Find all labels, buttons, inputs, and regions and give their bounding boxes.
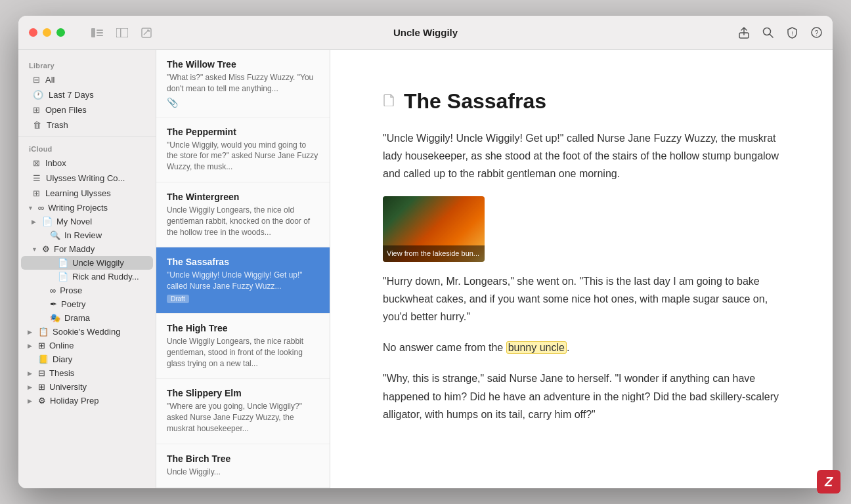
library-section-label: Library (18, 58, 156, 72)
panel-icon[interactable] (116, 28, 128, 37)
thesis-icon: ⊟ (38, 368, 45, 378)
sidebar: Library ⊟ All 🕐 Last 7 Days ⊞ Open Files… (18, 50, 156, 488)
no-answer-prefix: No answer came from the (383, 342, 506, 353)
prose-icon: ∞ (50, 285, 56, 295)
doc-title-peppermint: The Peppermint (167, 127, 319, 137)
all-icon: ⊟ (33, 75, 40, 85)
title-bar: Uncle Wiggily ! (18, 16, 833, 50)
sidebar-item-drama[interactable]: 🎭 Drama (21, 311, 153, 325)
doc-item-slippery-elm[interactable]: The Slippery Elm "Where are you going, U… (156, 379, 330, 444)
sidebar-item-trash[interactable]: 🗑 Trash (22, 117, 152, 133)
sidebar-item-my-novel[interactable]: ▶ 📄 My Novel (21, 215, 153, 228)
title-bar-left-icons (91, 28, 152, 38)
sidebar-item-writing-projects[interactable]: ▼ ∞ Writing Projects (21, 201, 153, 215)
sidebar-item-thesis[interactable]: ▶ ⊟ Thesis (21, 366, 153, 380)
doc-item-birch-tree[interactable]: The Birch Tree Uncle Wiggily... (156, 444, 330, 488)
sidebar-item-learning-ulysses-label: Learning Ulysses (45, 188, 111, 198)
ulysses-writing-icon: ☰ (33, 173, 41, 183)
search-icon[interactable] (762, 27, 774, 38)
doc-preview-birch-tree: Uncle Wiggily... (167, 467, 319, 478)
sidebar-item-holiday-prep[interactable]: ▶ ⚙ Holiday Prep (21, 394, 153, 408)
sidebar-item-inbox[interactable]: ⊠ Inbox (22, 156, 152, 171)
doc-preview-willow-tree: "What is?" asked Miss Fuzzy Wuzzy. "You … (167, 72, 319, 94)
traffic-lights (29, 28, 65, 37)
sidebar-item-ulysses-writing[interactable]: ☰ Ulysses Writing Co... (22, 171, 152, 186)
sidebar-item-university[interactable]: ▶ ⊞ University (21, 380, 153, 394)
doc-item-willow-tree[interactable]: The Willow Tree "What is?" asked Miss Fu… (156, 50, 330, 117)
share-icon[interactable] (739, 27, 749, 39)
highlighted-text[interactable]: bunny uncle (506, 341, 567, 354)
sidebar-item-poetry-label: Poetry (61, 299, 86, 309)
doc-item-sassafras[interactable]: The Sassafras "Uncle Wiggily! Uncle Wigg… (156, 247, 330, 314)
sidebar-item-openfiles-label: Open Files (45, 105, 87, 115)
maximize-button[interactable] (56, 28, 65, 37)
sidebar-item-diary[interactable]: 📒 Diary (21, 352, 153, 366)
sidebar-item-online[interactable]: ▶ ⊞ Online (21, 339, 153, 352)
editor-doc-icon (383, 93, 396, 110)
sidebar-item-prose[interactable]: ∞ Prose (21, 284, 153, 297)
poetry-icon: ✒ (50, 299, 57, 309)
sidebar-item-holiday-prep-label: Holiday Prep (50, 396, 98, 406)
doc-badge-draft: Draft (167, 295, 189, 303)
sidebar-item-uncle-wiggily[interactable]: 📄 Uncle Wiggily (21, 256, 153, 270)
zotero-badge[interactable]: Z (817, 470, 840, 494)
sidebar-item-for-maddy-label: For Maddy (54, 244, 95, 254)
sidebar-item-last7days[interactable]: 🕐 Last 7 Days (22, 87, 152, 102)
doc-preview-peppermint: "Uncle Wiggily, would you mind going to … (167, 140, 319, 173)
sookies-wedding-chevron: ▶ (28, 329, 34, 335)
sidebar-item-for-maddy[interactable]: ▼ ⚙ For Maddy (21, 242, 153, 256)
editor-para-no-answer: No answer came from the bunny uncle. (383, 339, 780, 356)
shield-icon[interactable]: ! (787, 27, 798, 39)
sidebar-divider-1 (18, 136, 156, 137)
sookies-wedding-icon: 📋 (38, 327, 49, 337)
editor-image: View from the lakeside bun... (383, 196, 485, 262)
icloud-section-label: iCloud (18, 141, 156, 156)
editor-body[interactable]: "Uncle Wiggily! Uncle Wiggily! Get up!" … (383, 129, 780, 423)
thesis-chevron: ▶ (28, 370, 34, 377)
doc-preview-wintergreen: Uncle Wiggily Longears, the nice old gen… (167, 205, 319, 238)
document-list: The Willow Tree "What is?" asked Miss Fu… (156, 50, 330, 488)
minimize-button[interactable] (43, 28, 51, 37)
my-novel-icon: 📄 (42, 217, 53, 226)
close-button[interactable] (29, 28, 37, 37)
doc-title-slippery-elm: The Slippery Elm (167, 388, 319, 398)
svg-rect-2 (97, 32, 103, 33)
doc-item-peppermint[interactable]: The Peppermint "Uncle Wiggily, would you… (156, 117, 330, 182)
sidebar-item-in-review[interactable]: 🔍 In Review (21, 228, 153, 242)
svg-text:!: ! (791, 30, 793, 37)
svg-rect-1 (97, 30, 103, 31)
no-answer-suffix: . (567, 342, 569, 353)
sidebar-item-poetry[interactable]: ✒ Poetry (21, 297, 153, 311)
writing-projects-icon: ∞ (38, 203, 44, 213)
help-icon[interactable]: ? (811, 27, 822, 38)
svg-line-7 (144, 30, 148, 35)
sidebar-toggle-icon[interactable] (91, 28, 103, 37)
doc-preview-sassafras: "Uncle Wiggily! Uncle Wiggily! Get up!" … (167, 270, 319, 292)
sidebar-item-sookies-wedding[interactable]: ▶ 📋 Sookie's Wedding (21, 325, 153, 339)
sidebar-item-learning-ulysses[interactable]: ⊞ Learning Ulysses (22, 186, 152, 201)
drama-icon: 🎭 (50, 313, 60, 323)
holiday-prep-icon: ⚙ (38, 396, 46, 406)
sidebar-item-trash-label: Trash (47, 120, 68, 130)
sidebar-item-inbox-label: Inbox (45, 158, 66, 168)
sidebar-item-rick-and-ruddy[interactable]: 📄 Rick and Ruddy... (21, 270, 153, 284)
editor-panel: The Sassafras "Uncle Wiggily! Uncle Wigg… (330, 50, 833, 488)
doc-preview-slippery-elm: "Where are you going, Uncle Wiggily?" as… (167, 401, 319, 434)
online-icon: ⊞ (38, 341, 45, 350)
sidebar-item-sookies-wedding-label: Sookie's Wedding (53, 327, 120, 337)
sidebar-item-openfiles[interactable]: ⊞ Open Files (22, 102, 152, 117)
doc-item-high-tree[interactable]: The High Tree Uncle Wiggily Longears, th… (156, 314, 330, 379)
doc-preview-high-tree: Uncle Wiggily Longears, the nice rabbit … (167, 336, 319, 369)
sidebar-item-writing-projects-label: Writing Projects (48, 203, 108, 213)
sidebar-item-thesis-label: Thesis (49, 368, 74, 378)
doc-clip-willow-tree: 📎 (167, 97, 319, 108)
svg-rect-4 (116, 28, 128, 37)
doc-item-wintergreen[interactable]: The Wintergreen Uncle Wiggily Longears, … (156, 182, 330, 247)
compose-icon[interactable] (141, 28, 152, 38)
editor-title: The Sassafras (404, 89, 546, 114)
title-bar-right-icons: ! ? (739, 27, 822, 39)
sidebar-item-all[interactable]: ⊟ All (22, 72, 152, 87)
for-maddy-chevron: ▼ (32, 246, 38, 253)
learning-ulysses-icon: ⊞ (33, 188, 40, 198)
sidebar-item-prose-label: Prose (60, 285, 82, 295)
